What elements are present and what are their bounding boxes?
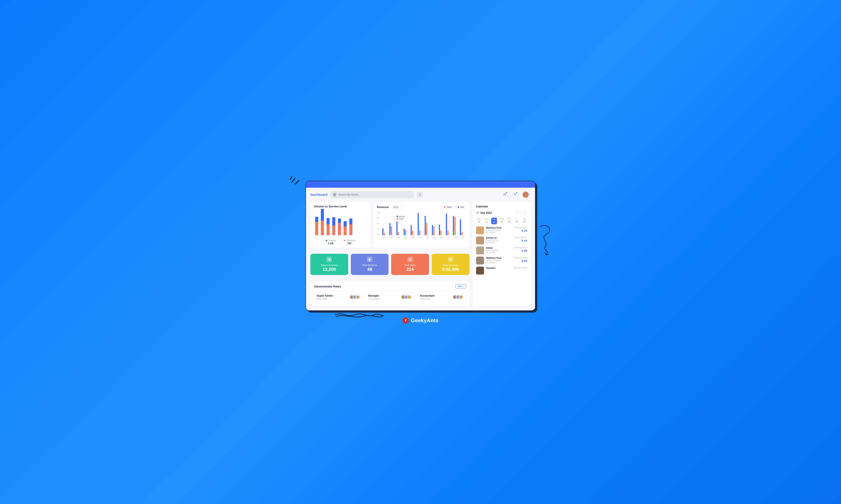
bar-group (411, 211, 416, 235)
weekday[interactable]: Mon11 (484, 218, 489, 224)
bar (332, 217, 335, 235)
user-menu[interactable]: ▾ (522, 192, 531, 198)
svg-line-0 (292, 178, 295, 182)
appointment-item[interactable]: Matthew PaulHaircut & StylingBy Johson10… (476, 227, 527, 234)
avatar-stack (402, 295, 412, 299)
role-card[interactable]: Manager2 Accounts (365, 291, 415, 303)
volume-chart (314, 211, 367, 235)
decorative-doodle (334, 310, 384, 319)
weekday[interactable]: Fri15 (514, 218, 519, 224)
bar (327, 218, 330, 235)
weekday[interactable]: Wed13 (499, 218, 504, 224)
bar-group (446, 211, 451, 235)
card-title: Revenue (377, 205, 389, 209)
calendar-month[interactable]: Sep 2022 (476, 211, 492, 214)
topbar: Dashboard ☰ ▾ (310, 191, 531, 198)
settings-toggle-button[interactable] (417, 192, 423, 198)
bar (315, 217, 318, 235)
year-picker[interactable]: 2022 ⌄ (391, 205, 403, 210)
chart-tooltip: $1242 $128 (395, 214, 407, 221)
calendar-card: Calendar Sep 2022 ‹ › Sun10Mon11Tue12 (473, 202, 531, 306)
svg-point-6 (420, 195, 420, 195)
bar-group (382, 211, 388, 235)
notification-dot (506, 192, 508, 194)
scissors-icon: ◆ (367, 257, 372, 262)
bar (349, 218, 353, 235)
bar-group (439, 211, 444, 235)
weekday[interactable]: Thu14 (507, 218, 512, 224)
avatar (522, 192, 529, 198)
avatar (476, 257, 484, 265)
avatar (476, 267, 484, 274)
prev-month-button[interactable]: ‹ (515, 210, 520, 215)
app-frame: Dashboard ☰ ▾ (306, 181, 535, 311)
avatar-stack (351, 295, 360, 299)
stat-card[interactable]: ◆Total Services48 (351, 254, 389, 275)
revenue-chart (381, 211, 466, 235)
volume-card: Volume vs Service Level Volume1,135Servi… (310, 202, 370, 248)
series-filter: SalonSpa (442, 205, 466, 209)
bar-group (418, 211, 423, 235)
coin-icon: ◆ (448, 257, 453, 262)
stat-card[interactable]: ◆Total Earnings$ 82,486 (432, 254, 469, 275)
chart-icon: ◆ (408, 257, 413, 262)
notification-dot (516, 192, 517, 194)
calendar-icon (476, 211, 479, 214)
weekday[interactable]: Sun10 (476, 218, 482, 224)
stat-card[interactable]: ◆Total Sales224 (391, 254, 429, 275)
brand-logo: ¥ GeekyAnts (402, 318, 438, 324)
stat-card[interactable]: ◆Total Customers12,200 (310, 254, 348, 275)
messages-button[interactable] (502, 192, 507, 197)
x-axis: JanFebMarAprMayJunJulAugSepOctNovDec (381, 235, 466, 238)
role-card[interactable]: Accountant3 Accounts (417, 291, 466, 303)
add-role-button[interactable]: Add + (455, 284, 466, 289)
appointment-item[interactable]: AdamSpa & StylingBy Steven12:30-01:30pm$… (476, 247, 527, 254)
avatar-stack (454, 295, 463, 299)
series-chip[interactable]: Salon (442, 205, 454, 209)
appointment-item[interactable]: Emma JnHaircut & SpaBy Robert11:00-12:30… (476, 236, 527, 244)
bar-group (453, 211, 458, 235)
bar (344, 221, 347, 235)
svg-rect-7 (476, 212, 479, 214)
avatar (476, 227, 484, 234)
person-icon: ◆ (327, 257, 332, 262)
card-title: Calendar (476, 205, 527, 208)
chevron-down-icon: ▾ (530, 193, 531, 196)
stats-row: ◆Total Customers12,200◆Total Services48◆… (310, 254, 469, 275)
revenue-card: Revenue 2022 ⌄ SalonSpa 10080604020 (373, 202, 469, 248)
svg-line-1 (295, 180, 299, 184)
chevron-down-icon: ⌄ (400, 206, 401, 208)
appointment-item[interactable]: Matthew PaulHaircut & StylingBy Johson01… (476, 257, 527, 265)
notifications-button[interactable] (513, 192, 517, 197)
role-card[interactable]: Super Admin3 Accounts (314, 291, 363, 303)
y-axis: 10080604020 (377, 211, 381, 235)
search-bar[interactable]: ☰ (330, 191, 414, 198)
bar-group (425, 211, 430, 235)
search-icon: ☰ (333, 193, 337, 196)
card-title: Administrator Roles (314, 285, 341, 288)
appointment-item[interactable]: Headinn02:30-03:30pm (476, 267, 527, 274)
bar-group (390, 211, 394, 235)
bar-group (432, 211, 437, 235)
next-month-button[interactable]: › (522, 210, 527, 215)
bar-group (460, 211, 465, 235)
admin-roles-card: Administrator Roles Add + Super Admin3 A… (310, 281, 469, 306)
decorative-doodle (535, 222, 562, 257)
avatar (476, 236, 484, 244)
bar (321, 209, 324, 235)
week-strip: Sun10Mon11Tue12Wed13Thu14Fri15Sat10 (476, 218, 527, 224)
ant-icon: ¥ (402, 318, 409, 324)
bar (338, 218, 341, 235)
weekday[interactable]: Sat10 (521, 218, 527, 224)
search-input[interactable] (338, 193, 411, 196)
weekday[interactable]: Tue12 (491, 218, 497, 224)
avatar (476, 247, 484, 254)
window-titlebar (306, 181, 535, 188)
svg-line-2 (290, 177, 292, 180)
chart-legend: Volume1,135Services635 (314, 237, 367, 245)
card-title: Volume vs Service Level (314, 205, 367, 208)
series-chip[interactable]: Spa (456, 205, 466, 209)
svg-point-5 (419, 194, 419, 194)
decorative-doodle (288, 173, 303, 186)
page-title: Dashboard (310, 193, 327, 196)
